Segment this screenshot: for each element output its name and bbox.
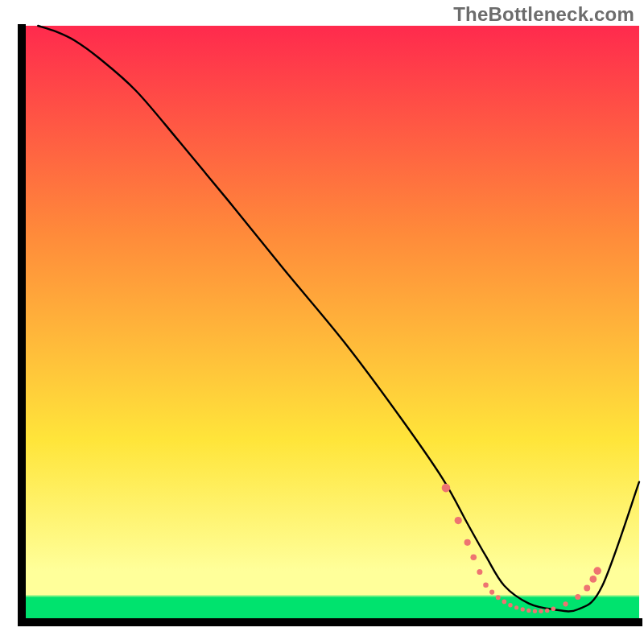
highlight-dot <box>563 601 568 606</box>
chart-plot-area <box>0 0 644 644</box>
highlight-dot <box>584 584 590 591</box>
highlight-dot <box>489 590 494 595</box>
highlight-dot <box>483 582 489 588</box>
highlight-dot <box>464 539 471 546</box>
highlight-dot <box>575 594 580 600</box>
highlight-dot <box>496 595 501 600</box>
highlight-dot <box>502 600 507 605</box>
chart-background <box>26 26 639 618</box>
highlight-dot <box>551 606 556 611</box>
highlight-dot <box>521 607 525 611</box>
highlight-dot <box>539 609 543 613</box>
highlight-dot <box>526 609 530 613</box>
watermark-label: TheBottleneck.com <box>453 3 634 26</box>
highlight-dot <box>477 569 482 575</box>
highlight-dot <box>508 603 512 607</box>
highlight-dot <box>442 484 451 493</box>
highlight-dot <box>589 576 597 583</box>
highlight-dot <box>514 605 518 609</box>
highlight-dot <box>455 517 462 524</box>
x-axis <box>18 618 642 626</box>
y-axis <box>18 24 26 626</box>
highlight-dot <box>545 609 549 613</box>
highlight-dot <box>470 554 477 560</box>
bottleneck-chart: TheBottleneck.com <box>0 0 644 644</box>
highlight-dot <box>593 567 601 575</box>
highlight-dot <box>533 609 537 613</box>
